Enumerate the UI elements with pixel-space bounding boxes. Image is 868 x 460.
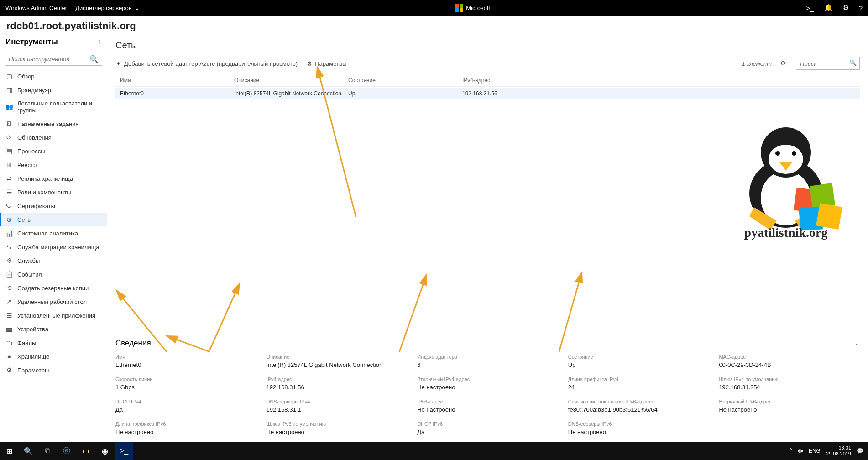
sidebar-item-label: Обновления xyxy=(17,134,52,141)
cell-name: Ethernet0 xyxy=(120,90,234,97)
search-taskbar-icon[interactable]: 🔍 xyxy=(19,442,37,460)
sidebar-item-icon: ↗ xyxy=(5,298,13,305)
detail-label: Шлюз IPv6 по умолчанию xyxy=(267,421,408,427)
sidebar-item-2[interactable]: 👥Локальные пользователи и группы xyxy=(0,97,107,117)
context-dropdown[interactable]: Диспетчер серверов ⌄ xyxy=(75,5,140,11)
detail-label: MAC-адрес xyxy=(719,354,860,360)
cell-state: Up xyxy=(348,90,462,97)
sidebar-search-input[interactable] xyxy=(5,52,102,66)
sidebar-item-3[interactable]: 🗓Назначенные задания xyxy=(0,117,107,131)
tray-expand-icon[interactable]: ˄ xyxy=(790,448,792,454)
detail-field-13: Связывание локального IPv6-адресаfe80::7… xyxy=(568,399,709,413)
sidebar-item-4[interactable]: ⟳Обновления xyxy=(0,131,107,144)
detail-label: Связывание локального IPv6-адреса xyxy=(568,399,709,404)
sidebar-item-icon: 📊 xyxy=(5,230,13,237)
detail-field-14: Вторичный IPv6-адресНе настроено xyxy=(719,399,860,413)
details-collapse-icon[interactable]: ⌄ xyxy=(854,340,860,347)
detail-value: Да xyxy=(417,429,558,435)
sidebar-item-20[interactable]: ≡Хранилище xyxy=(0,350,107,363)
content: Сеть ＋ Добавить сетевой адаптер Azure (п… xyxy=(107,35,868,442)
clock-time: 16:31 xyxy=(826,445,851,451)
sidebar-item-label: Создать резервные копии xyxy=(17,285,89,292)
sidebar-list: ▢Обзор▦Брандмауэр👥Локальные пользователи… xyxy=(0,69,107,442)
sidebar-item-icon: 👥 xyxy=(5,103,13,110)
sidebar-item-1[interactable]: ▦Брандмауэр xyxy=(0,83,107,97)
settings-icon[interactable]: ⚙ xyxy=(843,4,849,12)
start-button[interactable]: ⊞ xyxy=(0,442,18,460)
detail-value: fe80::700a:b3e1:90b3:5121%6/64 xyxy=(568,406,709,413)
add-azure-adapter-button[interactable]: ＋ Добавить сетевой адаптер Azure (предва… xyxy=(115,59,298,68)
sidebar-item-17[interactable]: ☰Установленные приложения xyxy=(0,308,107,322)
detail-field-17: DHCP IPv6Да xyxy=(417,421,558,435)
detail-value: Не настроено xyxy=(417,384,558,391)
detail-field-4: MAC-адрес00-0C-29-3D-24-4B xyxy=(719,354,860,368)
refresh-button[interactable]: ⟳ xyxy=(781,59,787,68)
sidebar-item-label: Системная аналитика xyxy=(17,230,78,237)
sidebar-item-label: Реестр xyxy=(17,162,37,168)
sidebar-item-icon: 🗀 xyxy=(5,339,13,346)
sidebar-item-15[interactable]: ⟲Создать резервные копии xyxy=(0,281,107,295)
clock[interactable]: 16:31 29.08.2019 xyxy=(826,445,851,457)
page-title: Сеть xyxy=(115,40,860,51)
sidebar-item-icon: ▤ xyxy=(5,147,13,155)
item-count: 1 элемент xyxy=(742,60,772,67)
detail-value: Ethernet0 xyxy=(115,361,256,368)
detail-field-12: IPv6-адресНе настроено xyxy=(417,399,558,413)
sidebar-item-12[interactable]: ⇆Служба миграции хранилища xyxy=(0,240,107,254)
sidebar-item-label: События xyxy=(17,271,42,278)
lang-indicator[interactable]: ENG xyxy=(809,448,821,454)
detail-value: 00-0C-29-3D-24-4B xyxy=(719,361,860,368)
ie-icon[interactable]: ⓔ xyxy=(58,442,76,460)
sidebar-item-label: Сертификаты xyxy=(17,203,55,209)
sidebar-item-7[interactable]: ⇄Реплика хранилища xyxy=(0,172,107,185)
sidebar-item-label: Брандмауэр xyxy=(17,87,51,94)
sidebar-item-10[interactable]: ⊕Сеть xyxy=(0,213,107,226)
sidebar-item-label: Устройства xyxy=(17,326,48,333)
microsoft-logo-icon xyxy=(455,4,463,12)
detail-value: 1 Gbps xyxy=(115,384,256,391)
powershell-icon[interactable]: >_ xyxy=(806,4,814,12)
detail-label: DNS-серверы IPv6 xyxy=(568,421,709,427)
sidebar-item-8[interactable]: ☰Роли и компоненты xyxy=(0,185,107,199)
detail-value: Да xyxy=(115,406,256,413)
brand-center: Microsoft xyxy=(140,4,806,12)
sidebar-item-0[interactable]: ▢Обзор xyxy=(0,69,107,83)
detail-field-10: DHCP IPv4Да xyxy=(115,399,256,413)
powershell-taskbar-icon[interactable]: >_ xyxy=(115,442,133,460)
sidebar-item-label: Роли и компоненты xyxy=(17,189,71,196)
sidebar-item-21[interactable]: ⚙Параметры xyxy=(0,363,107,377)
sidebar-item-13[interactable]: ⚙Службы xyxy=(0,254,107,267)
sidebar-item-5[interactable]: ▤Процессы xyxy=(0,144,107,158)
detail-field-9: Шлюз IPv4 по умолчанию192.168.31.254 xyxy=(719,376,860,391)
sidebar-collapse-icon[interactable]: 〈 xyxy=(95,38,101,46)
sidebar-item-6[interactable]: ⊞Реестр xyxy=(0,158,107,172)
cell-desc: Intel(R) 82574L Gigabit Network Connecti… xyxy=(234,90,348,97)
detail-field-1: ОписаниеIntel(R) 82574L Gigabit Network … xyxy=(267,354,408,368)
sidebar-item-9[interactable]: 🛡Сертификаты xyxy=(0,199,107,213)
detail-value: Не настроено xyxy=(719,406,860,413)
sidebar-item-icon: ⊞ xyxy=(5,161,13,168)
sidebar-item-19[interactable]: 🗀Файлы xyxy=(0,336,107,350)
sidebar-item-icon: ☰ xyxy=(5,312,13,319)
sidebar-item-icon: ⚙ xyxy=(5,257,13,264)
app-name[interactable]: Windows Admin Center xyxy=(5,5,67,11)
add-azure-label: Добавить сетевой адаптер Azure (предвари… xyxy=(124,60,298,67)
sidebar-item-label: Удаленный рабочий стол xyxy=(17,298,87,305)
detail-value: Intel(R) 82574L Gigabit Network Connecti… xyxy=(267,361,408,368)
detail-value: 192.168.31.56 xyxy=(267,384,408,391)
task-view-icon[interactable]: ⧉ xyxy=(38,442,57,460)
explorer-icon[interactable]: 🗀 xyxy=(77,442,95,460)
settings-button[interactable]: ⚙ Параметры xyxy=(307,60,346,67)
sidebar-item-16[interactable]: ↗Удаленный рабочий стол xyxy=(0,295,107,308)
sidebar-item-11[interactable]: 📊Системная аналитика xyxy=(0,226,107,240)
network-tray-icon[interactable]: 🕪 xyxy=(798,448,803,454)
table-row[interactable]: Ethernet0 Intel(R) 82574L Gigabit Networ… xyxy=(115,88,860,99)
sidebar-item-14[interactable]: 📋События xyxy=(0,267,107,281)
chrome-icon[interactable]: ◉ xyxy=(96,442,114,460)
help-icon[interactable]: ? xyxy=(859,4,863,12)
topbar: Windows Admin Center Диспетчер серверов … xyxy=(0,0,868,16)
notifications-icon[interactable]: 🔔 xyxy=(824,4,833,12)
clock-date: 29.08.2019 xyxy=(826,451,851,457)
sidebar-item-18[interactable]: 🖴Устройства xyxy=(0,322,107,336)
action-center-icon[interactable]: 💬 xyxy=(857,448,863,454)
